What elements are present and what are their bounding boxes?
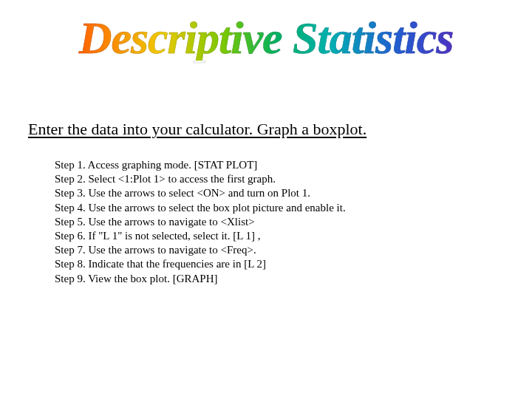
step-item: Step 8. Indicate that the frequencies ar… bbox=[55, 257, 498, 271]
step-item: Step 9. View the box plot. [GRAPH] bbox=[55, 272, 498, 286]
step-item: Step 1. Access graphing mode. [STAT PLOT… bbox=[55, 158, 498, 172]
step-item: Step 5. Use the arrows to navigate to <X… bbox=[55, 215, 498, 229]
step-item: Step 7. Use the arrows to navigate to <F… bbox=[55, 243, 498, 257]
instruction-heading: Enter the data into your calculator. Gra… bbox=[28, 120, 504, 139]
step-item: Step 4. Use the arrows to select the box… bbox=[55, 201, 498, 215]
steps-list: Step 1. Access graphing mode. [STAT PLOT… bbox=[55, 158, 498, 286]
page-title: Descriptive Statistics bbox=[0, 15, 532, 61]
step-item: Step 6. If "L 1" is not selected, select… bbox=[55, 229, 498, 243]
slide: Descriptive Statistics Enter the data in… bbox=[0, 0, 532, 399]
step-item: Step 2. Select <1:Plot 1> to access the … bbox=[55, 172, 498, 186]
step-item: Step 3. Use the arrows to select <ON> an… bbox=[55, 186, 498, 200]
